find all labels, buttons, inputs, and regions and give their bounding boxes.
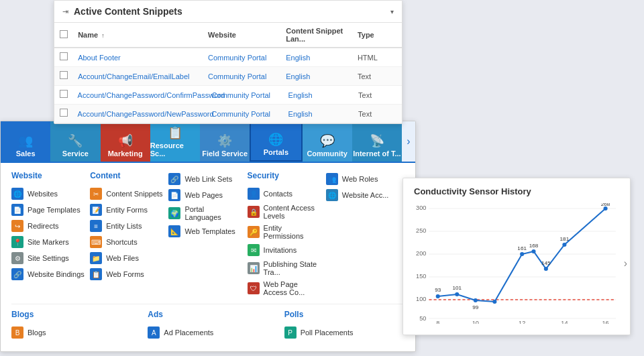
table-row[interactable]: Account/ChangePassword/ConfirmPassword C… [54, 86, 402, 105]
nav-tab-sales[interactable]: 👥Sales [1, 121, 50, 162]
iot-tab-label: Internet of T... [353, 150, 401, 158]
nav-tab-marketing[interactable]: 📢Marketing [101, 121, 150, 162]
row-check-3[interactable] [60, 109, 78, 119]
type-header: Type [358, 31, 396, 39]
menu-item-1-2[interactable]: ≡ Entity Lists [90, 218, 163, 234]
blogs-item[interactable]: B Blogs [11, 324, 131, 341]
panel-title: Active Content Snippets [74, 6, 390, 17]
menu-item-3-1[interactable]: 🔒 Content Access Levels [248, 202, 321, 222]
ads-title: Ads [148, 310, 268, 319]
row-name-1[interactable]: Account/ChangeEmail/EmailLabel [78, 72, 208, 80]
menu-item-1-0[interactable]: ✂ Content Snippets [90, 186, 163, 202]
menu-item-label-0-5: Website Bindings [28, 270, 85, 278]
website-header[interactable]: Website [208, 31, 286, 39]
nav-tab-resource[interactable]: 📋Resource Sc... [150, 121, 200, 162]
menu-item-3-2[interactable]: 🔑 Entity Permissions [248, 222, 321, 242]
blogs-icon: B [11, 327, 23, 339]
svg-text:145: 145 [541, 260, 551, 266]
menu-item-icon-2-0: 🔗 [168, 173, 180, 185]
svg-text:93: 93 [435, 287, 441, 293]
menu-item-icon-3-5: 🛡 [248, 282, 260, 294]
row-name-2[interactable]: Account/ChangePassword/ConfirmPassword [78, 91, 212, 99]
svg-point-18 [436, 294, 440, 298]
row-website-1[interactable]: Community Portal [208, 72, 286, 80]
menu-item-2-0[interactable]: 🔗 Web Link Sets [168, 171, 241, 187]
menu-item-icon-0-4: ⚙ [11, 252, 23, 264]
menu-item-2-3[interactable]: 📐 Web Templates [168, 223, 241, 239]
row-name-3[interactable]: Account/ChangePassword/NewPassword [78, 110, 212, 118]
menu-item-3-0[interactable]: 👤 Contacts [248, 186, 321, 202]
menu-item-label-3-0: Contacts [264, 190, 292, 198]
svg-text:268: 268 [601, 203, 610, 207]
pin-icon: ⇥ [62, 7, 68, 16]
row-website-3[interactable]: Community Portal [212, 110, 288, 118]
menu-item-0-1[interactable]: 📄 Page Templates [11, 202, 85, 218]
menu-item-3-4[interactable]: 📊 Publishing State Tra... [248, 258, 321, 278]
polls-item[interactable]: P Poll Placements [284, 324, 405, 341]
menu-item-2-2[interactable]: 🌍 Portal Languages [168, 203, 241, 223]
row-website-2[interactable]: Community Portal [212, 91, 288, 99]
check-header[interactable] [60, 30, 78, 40]
row-website-0[interactable]: Community Portal [208, 54, 286, 62]
svg-text:10: 10 [472, 320, 479, 324]
menu-item-icon-1-3: ⌨ [90, 236, 102, 248]
menu-content: Website 🌐 Websites 📄 Page Templates ↪ Re… [1, 162, 415, 351]
marketing-tab-icon: 📢 [118, 133, 133, 148]
row-lang-1: English [286, 72, 358, 80]
nav-tab-service[interactable]: 🔧Service [50, 121, 100, 162]
row-check-2[interactable] [60, 90, 78, 100]
nav-tab-portals[interactable]: 🌐Portals [250, 121, 302, 162]
nav-panel: 👥Sales🔧Service📢Marketing📋Resource Sc...⚙… [0, 121, 416, 352]
table-row[interactable]: About Footer Community Portal English HT… [54, 48, 402, 67]
field-tab-label: Field Service [202, 150, 248, 158]
row-lang-2: English [288, 91, 358, 99]
nav-tab-community[interactable]: 💬Community [303, 121, 352, 162]
menu-item-4-1[interactable]: 🌐 Website Acc... [326, 187, 399, 203]
row-check-0[interactable] [60, 52, 78, 62]
menu-item-label-1-3: Shortcuts [106, 238, 137, 246]
menu-item-2-1[interactable]: 📄 Web Pages [168, 187, 241, 203]
svg-text:150: 150 [416, 273, 426, 280]
menu-item-3-3[interactable]: ✉ Invitations [248, 242, 321, 258]
polls-title: Polls [284, 310, 405, 319]
menu-item-1-3[interactable]: ⌨ Shortcuts [90, 234, 163, 250]
chart-next-arrow[interactable]: › [624, 257, 627, 270]
resource-tab-icon: 📋 [168, 125, 182, 140]
ads-item[interactable]: A Ad Placements [148, 324, 268, 341]
menu-item-0-3[interactable]: 📍 Site Markers [11, 234, 85, 250]
menu-item-0-2[interactable]: ↪ Redirects [11, 218, 85, 234]
menu-item-label-0-0: Websites [28, 190, 58, 198]
sales-tab-icon: 👥 [18, 133, 33, 148]
snippets-panel: ⇥ Active Content Snippets ▾ Name ↑ Websi… [54, 0, 402, 124]
section-title-3: Security [248, 171, 321, 180]
nav-tab-iot[interactable]: 📡Internet of T... [352, 121, 402, 162]
svg-point-23 [531, 249, 535, 253]
nav-next-arrow[interactable]: › [402, 121, 415, 162]
lang-header[interactable]: Content Snippet Lan... [286, 27, 358, 43]
menu-item-0-5[interactable]: 🔗 Website Bindings [11, 266, 85, 282]
dropdown-icon[interactable]: ▾ [390, 8, 394, 15]
menu-item-1-5[interactable]: 📋 Web Forms [90, 266, 163, 282]
menu-item-1-1[interactable]: 📝 Entity Forms [90, 202, 163, 218]
menu-item-3-5[interactable]: 🛡 Web Page Access Co... [248, 278, 321, 298]
menu-item-0-0[interactable]: 🌐 Websites [11, 186, 85, 202]
nav-tab-field[interactable]: ⚙️Field Service [200, 121, 250, 162]
table-row[interactable]: Account/ChangeEmail/EmailLabel Community… [54, 67, 402, 86]
menu-item-1-4[interactable]: 📁 Web Files [90, 250, 163, 266]
svg-text:100: 100 [416, 296, 426, 302]
menu-item-icon-1-0: ✂ [90, 188, 102, 200]
menu-section-2: 🔗 Web Link Sets 📄 Web Pages 🌍 Portal Lan… [168, 171, 247, 298]
name-header[interactable]: Name ↑ [78, 31, 208, 39]
row-check-1[interactable] [60, 71, 78, 81]
community-tab-icon: 💬 [320, 133, 335, 148]
svg-text:250: 250 [416, 227, 426, 234]
svg-text:8: 8 [436, 320, 439, 324]
menu-item-4-0[interactable]: 👥 Web Roles [326, 171, 399, 187]
table-row[interactable]: Account/ChangePassword/NewPassword Commu… [54, 105, 402, 123]
section-title-1: Content [90, 171, 163, 180]
menu-item-0-4[interactable]: ⚙ Site Settings [11, 250, 85, 266]
row-name-0[interactable]: About Footer [78, 54, 208, 62]
menu-item-icon-0-2: ↪ [11, 220, 23, 232]
menu-item-label-0-2: Redirects [28, 222, 58, 230]
menu-item-label-1-4: Web Files [106, 254, 139, 262]
